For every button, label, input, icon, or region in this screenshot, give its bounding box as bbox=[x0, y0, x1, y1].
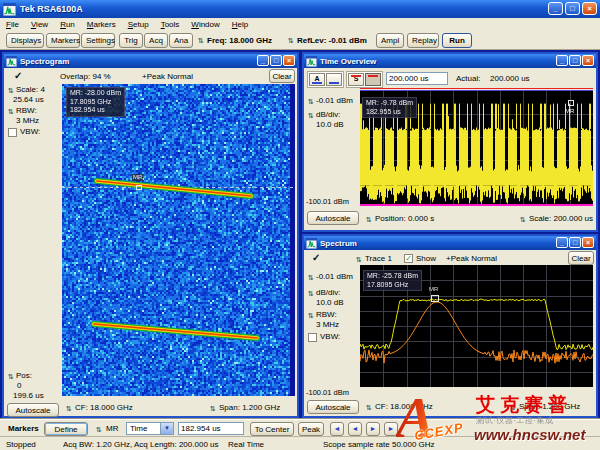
sgram-vbw-checkbox[interactable] bbox=[8, 128, 17, 137]
marker-type-dropdown-icon[interactable]: ▼ bbox=[160, 423, 173, 434]
minimize-button[interactable]: _ bbox=[548, 2, 563, 15]
spectrogram-close-button[interactable]: × bbox=[283, 55, 295, 66]
spectrogram-plot[interactable]: MR: -28.00 dBm 17.8095 GHz 182.954 us MR bbox=[62, 84, 295, 396]
trace-label[interactable]: Trace 1 bbox=[365, 254, 392, 263]
menu-setup[interactable]: Setup bbox=[122, 20, 155, 29]
spectrogram-canvas[interactable] bbox=[62, 84, 295, 396]
freq-spinner-icon[interactable]: ⇅ bbox=[198, 37, 204, 44]
analysis-time-auto-button[interactable]: A bbox=[309, 73, 325, 86]
analysis-length-input[interactable] bbox=[386, 72, 448, 85]
spectrum-bar2-icon bbox=[368, 75, 378, 77]
cf-spinner-icon[interactable]: ⇅ bbox=[66, 405, 72, 412]
time-autoscale-button[interactable]: Autoscale bbox=[307, 211, 359, 225]
analysis-bar-icon bbox=[312, 82, 322, 84]
sgram-rbw-spinner-icon[interactable]: ⇅ bbox=[8, 108, 14, 115]
time-overview-titlebar[interactable]: Time Overview _ □ × bbox=[304, 54, 596, 68]
analysis-time-manual-button[interactable] bbox=[326, 73, 342, 86]
active-marker-label: MR bbox=[106, 424, 118, 433]
marker-type-select[interactable]: Time ▼ bbox=[126, 422, 174, 435]
menu-tools[interactable]: Tools bbox=[155, 20, 186, 29]
time-minimize-button[interactable]: _ bbox=[556, 55, 568, 66]
menu-file[interactable]: File bbox=[0, 20, 25, 29]
spectrogram-cf-label: CF: 18.000 GHz bbox=[75, 403, 133, 412]
spectrum-plot[interactable]: MR: -25.78 dBm 17.8095 GHz MR bbox=[360, 265, 593, 387]
peak-left-button[interactable]: ◄ bbox=[330, 422, 344, 436]
time-marker-box[interactable] bbox=[568, 100, 574, 106]
spectrum-time-auto-button[interactable]: S bbox=[348, 73, 364, 86]
spectrogram-autoscale-button[interactable]: Autoscale bbox=[7, 403, 59, 417]
position-spinner-icon[interactable]: ⇅ bbox=[366, 216, 372, 223]
marker-value-input[interactable] bbox=[178, 422, 244, 435]
next-left-button[interactable]: ◄ bbox=[348, 422, 362, 436]
displays-button[interactable]: Displays bbox=[6, 33, 44, 48]
spectrum-autoscale-button[interactable]: Autoscale bbox=[307, 400, 359, 414]
spectrum-time-manual-button[interactable] bbox=[365, 73, 381, 86]
spectrogram-minimize-button[interactable]: _ bbox=[257, 55, 269, 66]
menu-help[interactable]: Help bbox=[226, 20, 254, 29]
sgram-vbw-label: VBW: bbox=[20, 127, 40, 136]
close-button[interactable]: × bbox=[582, 2, 597, 15]
spectrum-titlebar[interactable]: Spectrum _ □ × bbox=[304, 236, 596, 250]
spectrum-minimize-button[interactable]: _ bbox=[556, 237, 568, 248]
settings-button[interactable]: Settings bbox=[81, 33, 115, 48]
acq-button[interactable]: Acq bbox=[144, 33, 168, 48]
ampl-button[interactable]: Ampl bbox=[376, 33, 404, 48]
menu-run[interactable]: Run bbox=[54, 20, 81, 29]
spec-top-dbm-label: -0.01 dBm bbox=[316, 272, 353, 281]
marker-select-spinner-icon[interactable]: ⇅ bbox=[96, 426, 102, 433]
time-maximize-button[interactable]: □ bbox=[569, 55, 581, 66]
time-top-dbm-label: -0.01 dBm bbox=[316, 96, 353, 105]
spec-span-spinner-icon[interactable]: ⇅ bbox=[510, 404, 516, 411]
spectrogram-enabled-check-icon[interactable]: ✓ bbox=[14, 70, 22, 81]
reflev-spinner-icon[interactable]: ⇅ bbox=[288, 37, 294, 44]
scale-label: Scale: 4 bbox=[16, 85, 45, 94]
spectrogram-clear-button[interactable]: Clear bbox=[269, 69, 295, 83]
spectrogram-marker-box[interactable] bbox=[136, 185, 142, 190]
time-overview-plot[interactable]: MR: -9.78 dBm 182.955 us MR bbox=[360, 91, 593, 206]
spectrogram-titlebar[interactable]: Spectrogram _ □ × bbox=[4, 54, 297, 68]
spec-rbw-spinner-icon[interactable]: ⇅ bbox=[308, 312, 314, 319]
time-dbdiv-spinner-icon[interactable]: ⇅ bbox=[308, 112, 314, 119]
time-scale-spinner-icon[interactable]: ⇅ bbox=[520, 216, 526, 223]
define-button[interactable]: Define bbox=[44, 422, 88, 436]
replay-button[interactable]: Replay bbox=[407, 33, 439, 48]
scale-spinner-icon[interactable]: ⇅ bbox=[8, 87, 14, 94]
trace-spinner-icon[interactable]: ⇅ bbox=[356, 256, 362, 263]
time-scale-label: Scale: 200.000 us bbox=[529, 214, 593, 223]
time-close-button[interactable]: × bbox=[582, 55, 594, 66]
run-button[interactable]: Run bbox=[442, 33, 472, 48]
spec-reflev-spinner-icon[interactable]: ⇅ bbox=[308, 274, 314, 281]
spectrum-clear-button[interactable]: Clear bbox=[568, 251, 594, 265]
spec-dbdiv-spinner-icon[interactable]: ⇅ bbox=[308, 290, 314, 297]
menu-bar: File View Run Markers Setup Tools Window… bbox=[0, 18, 600, 31]
span-spinner-icon[interactable]: ⇅ bbox=[210, 405, 216, 412]
spec-vbw-checkbox[interactable] bbox=[308, 333, 317, 342]
menu-markers[interactable]: Markers bbox=[81, 20, 122, 29]
to-center-button[interactable]: To Center bbox=[250, 422, 294, 436]
time-reflev-spinner-icon[interactable]: ⇅ bbox=[308, 98, 314, 105]
pos-spinner-icon[interactable]: ⇅ bbox=[8, 373, 14, 380]
menu-window[interactable]: Window bbox=[185, 20, 225, 29]
spectrum-marker-box[interactable] bbox=[431, 295, 439, 302]
restore-button[interactable]: □ bbox=[565, 2, 580, 15]
next-right-button[interactable]: ► bbox=[366, 422, 380, 436]
ana-button[interactable]: Ana bbox=[169, 33, 193, 48]
spec-cf-spinner-icon[interactable]: ⇅ bbox=[366, 404, 372, 411]
spectrum-enabled-check-icon[interactable]: ✓ bbox=[312, 252, 320, 263]
time-dbdiv-value: 10.0 dB bbox=[316, 120, 344, 129]
window-titlebar[interactable]: Tek RSA6100A _ □ × bbox=[0, 0, 600, 18]
reflev-readout: RefLev: -0.01 dBm bbox=[297, 36, 367, 45]
spectrogram-marker-label[interactable]: MR bbox=[132, 174, 143, 181]
spectrum-marker-label[interactable]: MR bbox=[428, 286, 439, 293]
time-marker-label[interactable]: MR bbox=[564, 108, 575, 115]
time-marker-readout: MR: -9.78 dBm 182.955 us bbox=[362, 97, 417, 118]
menu-view[interactable]: View bbox=[25, 20, 54, 29]
markers-button[interactable]: Markers bbox=[46, 33, 80, 48]
peak-right-button[interactable]: ► bbox=[384, 422, 398, 436]
trig-button[interactable]: Trig bbox=[119, 33, 143, 48]
spectrum-maximize-button[interactable]: □ bbox=[569, 237, 581, 248]
show-checkbox[interactable]: ✓ bbox=[404, 254, 413, 263]
spectrum-close-button[interactable]: × bbox=[582, 237, 594, 248]
peak-button[interactable]: Peak bbox=[298, 422, 324, 436]
spectrogram-maximize-button[interactable]: □ bbox=[270, 55, 282, 66]
